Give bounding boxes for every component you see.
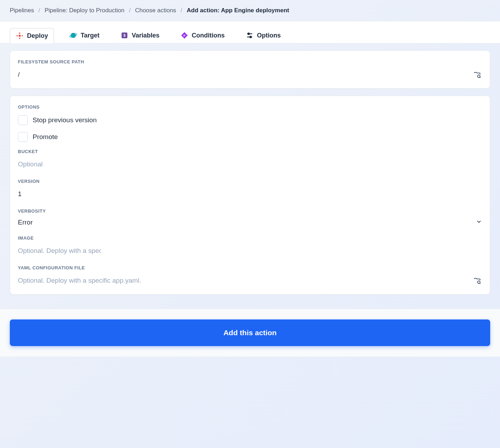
breadcrumb-pipelines[interactable]: Pipelines: [10, 7, 34, 14]
promote-label: Promote: [33, 133, 58, 141]
breadcrumb-separator: /: [129, 7, 131, 14]
verbosity-label: VERBOSITY: [18, 208, 482, 214]
svg-point-2: [22, 35, 23, 36]
promote-checkbox-row[interactable]: Promote: [18, 132, 482, 142]
breadcrumb-current: Add action: App Engine deployment: [187, 7, 289, 14]
svg-point-14: [478, 75, 480, 77]
promote-checkbox[interactable]: [18, 132, 28, 142]
svg-point-1: [16, 35, 18, 36]
verbosity-value: Error: [18, 219, 33, 226]
tab-options-label: Options: [257, 32, 281, 39]
chevron-down-icon: [476, 219, 482, 226]
yaml-label: YAML CONFIGURATION FILE: [18, 265, 482, 270]
tabs: Deploy Target $ Variables IF Conditions …: [0, 21, 500, 43]
add-action-button[interactable]: Add this action: [10, 319, 490, 346]
bucket-label: BUCKET: [18, 149, 482, 154]
browse-folder-icon[interactable]: [472, 70, 482, 80]
svg-line-17: [480, 283, 480, 284]
svg-text:$: $: [123, 34, 126, 37]
version-label: VERSION: [18, 179, 482, 184]
tab-target-label: Target: [81, 32, 100, 39]
svg-line-15: [480, 77, 480, 78]
tab-conditions-label: Conditions: [192, 32, 225, 39]
tab-conditions[interactable]: IF Conditions: [175, 28, 230, 43]
breadcrumb-pipeline[interactable]: Pipeline: Deploy to Production: [45, 7, 124, 14]
tab-options[interactable]: Options: [240, 28, 286, 43]
image-label: IMAGE: [18, 235, 482, 241]
svg-point-3: [19, 33, 20, 34]
svg-rect-0: [19, 35, 21, 37]
bucket-input[interactable]: [18, 159, 101, 170]
tab-variables-label: Variables: [132, 32, 160, 39]
stop-previous-label: Stop previous version: [33, 116, 97, 124]
options-section-label: OPTIONS: [18, 104, 482, 110]
options-icon: [246, 32, 254, 39]
breadcrumb-separator: /: [39, 7, 40, 14]
verbosity-select[interactable]: Error: [18, 219, 482, 226]
stop-previous-checkbox-row[interactable]: Stop previous version: [18, 115, 482, 125]
stop-previous-checkbox[interactable]: [18, 115, 28, 125]
source-path-label: FILESYSTEM SOURCE PATH: [18, 59, 482, 64]
deploy-icon: [16, 32, 23, 40]
options-card: OPTIONS Stop previous version Promote BU…: [10, 96, 490, 295]
tab-deploy-label: Deploy: [27, 32, 48, 40]
image-input[interactable]: [18, 246, 101, 256]
breadcrumb: Pipelines / Pipeline: Deploy to Producti…: [0, 0, 500, 21]
breadcrumb-separator: /: [181, 7, 182, 14]
tab-target[interactable]: Target: [64, 28, 105, 43]
variables-icon: $: [121, 32, 128, 39]
breadcrumb-choose-actions[interactable]: Choose actions: [135, 7, 176, 14]
version-input[interactable]: [18, 189, 101, 199]
browse-yaml-icon[interactable]: [472, 276, 482, 285]
svg-point-11: [248, 33, 250, 35]
source-path-input[interactable]: [18, 69, 469, 80]
svg-point-16: [478, 281, 480, 283]
source-path-card: FILESYSTEM SOURCE PATH: [10, 50, 490, 89]
svg-point-13: [250, 36, 251, 38]
svg-point-4: [19, 38, 20, 39]
tab-variables[interactable]: $ Variables: [115, 28, 165, 43]
tab-deploy[interactable]: Deploy: [10, 28, 54, 43]
footer: Add this action: [0, 309, 500, 357]
svg-text:IF: IF: [183, 34, 186, 37]
yaml-input[interactable]: [18, 275, 469, 286]
content: FILESYSTEM SOURCE PATH OPTIONS Stop prev…: [0, 43, 500, 309]
conditions-icon: IF: [181, 32, 188, 39]
planet-icon: [69, 32, 77, 39]
